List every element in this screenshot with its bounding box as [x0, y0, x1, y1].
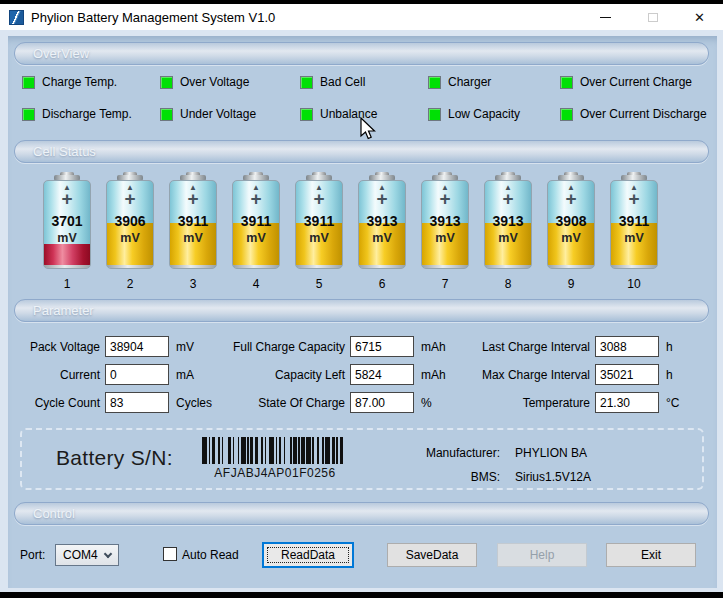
- battery-body: ▲+3908mV: [547, 180, 595, 269]
- auto-read-label: Auto Read: [182, 548, 239, 562]
- full-charge-capacity-label: Full Charge Capacity: [198, 340, 345, 354]
- battery-base: [422, 265, 468, 268]
- status-indicator: Over Voltage: [160, 75, 300, 89]
- status-label: Under Voltage: [180, 107, 256, 121]
- status-led-icon: [560, 108, 573, 121]
- status-indicator: Discharge Temp.: [22, 107, 160, 121]
- minimize-button[interactable]: [582, 4, 629, 30]
- cell-voltage-unit: mV: [485, 231, 531, 245]
- bms-value: Sirius1.5V12A: [515, 470, 591, 484]
- battery-body: ▲+3913mV: [421, 180, 469, 269]
- cell-voltage-unit: mV: [548, 231, 594, 245]
- status-indicator: Charger: [428, 75, 560, 89]
- state-of-charge-unit: %: [419, 396, 446, 410]
- cell-number: 5: [316, 277, 323, 291]
- state-of-charge-field[interactable]: 87.00: [350, 392, 414, 413]
- control-row: Port: COM4 Auto Read ReadDataSaveDataHel…: [8, 543, 717, 567]
- battery-icon: ▲+3913mV: [358, 172, 406, 269]
- battery-icon: ▲+3911mV: [295, 172, 343, 269]
- maximize-icon: [648, 13, 658, 22]
- pack-voltage-field[interactable]: 38904: [105, 336, 169, 357]
- cell-voltage-unit: mV: [233, 231, 279, 245]
- parameter-column-1: Pack Voltage38904mVCurrent0mACycle Count…: [14, 336, 212, 413]
- overview-section-header: OverView: [14, 42, 709, 65]
- status-label: Charger: [448, 75, 491, 89]
- capacity-left-unit: mAh: [419, 368, 446, 382]
- plus-icon: +: [611, 190, 657, 207]
- cell-battery: ▲+3911mV5: [295, 172, 343, 291]
- battery-body: ▲+3911mV: [295, 180, 343, 269]
- full-charge-capacity-unit: mAh: [419, 340, 446, 354]
- status-label: Over Current Discharge: [580, 107, 707, 121]
- cell-voltage-unit: mV: [611, 231, 657, 245]
- barcode-block: AFJABJ4AP01F0256: [180, 437, 370, 480]
- battery-base: [107, 265, 153, 268]
- last-charge-interval-label: Last Charge Interval: [443, 340, 590, 354]
- cell-number: 9: [568, 277, 575, 291]
- battery-body: ▲+3911mV: [610, 180, 658, 269]
- battery-base: [359, 265, 405, 268]
- window-buttons: ✕: [582, 4, 723, 30]
- close-button[interactable]: ✕: [676, 4, 723, 30]
- temperature-field[interactable]: 21.30: [595, 392, 659, 413]
- screen: Phylion Battery Management System V1.0 ✕…: [0, 0, 723, 598]
- status-led-icon: [300, 76, 313, 89]
- manufacturer-value: PHYLION BA: [515, 446, 591, 460]
- full-charge-capacity-field[interactable]: 6715: [350, 336, 414, 357]
- max-charge-interval-field[interactable]: 35021: [595, 364, 659, 385]
- cell-number: 3: [190, 277, 197, 291]
- battery-icon: ▲+3911mV: [610, 172, 658, 269]
- cell-status-section-header: Cell Status: [14, 140, 709, 163]
- manufacturer-info: Manufacturer: PHYLION BA BMS: Sirius1.5V…: [382, 446, 591, 484]
- readdata-button[interactable]: ReadData: [263, 543, 353, 567]
- cell-voltage-unit: mV: [296, 231, 342, 245]
- cell-battery: ▲+3911mV10: [610, 172, 658, 291]
- state-of-charge-label: State Of Charge: [198, 396, 345, 410]
- exit-button[interactable]: Exit: [606, 543, 696, 567]
- status-label: Over Voltage: [180, 75, 249, 89]
- status-label: Discharge Temp.: [42, 107, 132, 121]
- plus-icon: +: [170, 190, 216, 207]
- battery-base: [44, 265, 90, 268]
- cell-battery: ▲+3908mV9: [547, 172, 595, 291]
- cell-battery: ▲+3906mV2: [106, 172, 154, 291]
- battery-sn-panel: Battery S/N: AFJABJ4AP01F0256 Manufactur…: [20, 428, 704, 490]
- status-led-icon: [22, 76, 35, 89]
- last-charge-interval-field[interactable]: 3088: [595, 336, 659, 357]
- cell-battery: ▲+3913mV8: [484, 172, 532, 291]
- minimize-icon: [600, 17, 611, 18]
- current-field[interactable]: 0: [105, 364, 169, 385]
- cell-voltage: 3911: [611, 213, 657, 229]
- auto-read-checkbox[interactable]: [163, 547, 177, 561]
- plus-icon: +: [44, 190, 90, 207]
- plus-icon: +: [107, 190, 153, 207]
- max-charge-interval-label: Max Charge Interval: [443, 368, 590, 382]
- plus-icon: +: [233, 190, 279, 207]
- battery-icon: ▲+3913mV: [484, 172, 532, 269]
- port-select[interactable]: COM4: [55, 544, 119, 566]
- cycle-count-field[interactable]: 83: [105, 392, 169, 413]
- status-indicator: Over Current Discharge: [560, 107, 707, 121]
- barcode-image: [180, 437, 370, 464]
- barcode-bar: [343, 437, 348, 464]
- cell-voltage: 3913: [359, 213, 405, 229]
- status-led-icon: [560, 76, 573, 89]
- control-section-header: Control: [14, 502, 709, 525]
- current-label: Current: [14, 368, 100, 382]
- cell-number: 2: [127, 277, 134, 291]
- savedata-button[interactable]: SaveData: [387, 543, 477, 567]
- battery-base: [233, 265, 279, 268]
- pack-voltage-label: Pack Voltage: [14, 340, 100, 354]
- plus-icon: +: [296, 190, 342, 207]
- cell-battery: ▲+3913mV7: [421, 172, 469, 291]
- battery-base: [485, 265, 531, 268]
- status-led-icon: [428, 108, 441, 121]
- capacity-left-field[interactable]: 5824: [350, 364, 414, 385]
- cell-status-row: ▲+3701mV1▲+3906mV2▲+3911mV3▲+3911mV4▲+39…: [43, 172, 658, 291]
- cell-number: 7: [442, 277, 449, 291]
- cell-number: 4: [253, 277, 260, 291]
- cell-battery: ▲+3913mV6: [358, 172, 406, 291]
- status-led-icon: [160, 76, 173, 89]
- cell-voltage: 3911: [296, 213, 342, 229]
- status-led-icon: [428, 76, 441, 89]
